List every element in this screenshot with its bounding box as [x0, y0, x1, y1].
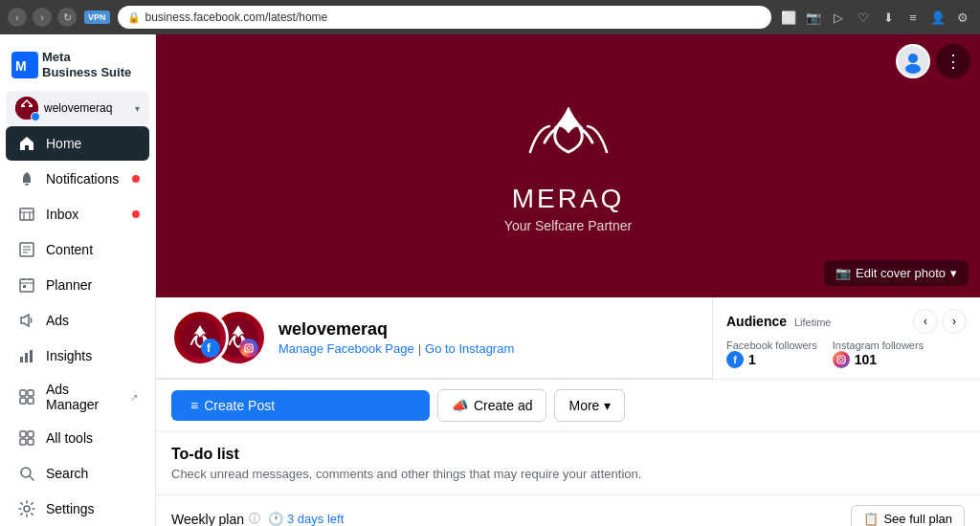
tab-action-2[interactable]: 📷 [804, 8, 823, 27]
create-ad-button[interactable]: 📣 Create ad [437, 389, 546, 422]
settings-nav-icon [17, 499, 36, 518]
svg-point-25 [201, 339, 220, 358]
todo-title: To-do list [171, 446, 965, 463]
svg-rect-7 [20, 357, 23, 362]
edit-cover-button[interactable]: 📷 Edit cover photo ▾ [824, 260, 969, 286]
sidebar-item-settings[interactable]: Settings [6, 492, 149, 526]
audience-nav: ‹ › [913, 309, 967, 334]
fb-icon: f [726, 351, 744, 368]
top-avatar[interactable] [896, 44, 930, 78]
profile-links: Manage Facebook Page | Go to Instagram [278, 341, 697, 356]
svg-rect-12 [20, 398, 26, 404]
sidebar-item-content[interactable]: Content [6, 232, 149, 267]
audience-title: Audience [726, 314, 787, 329]
tab-action-3[interactable]: ▷ [829, 8, 848, 27]
tab-action-1[interactable]: ⬜ [779, 8, 798, 27]
content-nav-label: Content [46, 242, 93, 257]
account-chevron-icon: ▾ [135, 103, 140, 114]
account-fb-badge [31, 112, 40, 121]
weekly-plan-row: Weekly plan ⓘ 🕐 3 days left 📋 See full p… [156, 495, 980, 526]
sidebar-item-all-tools[interactable]: All tools [6, 421, 149, 455]
tab-action-6[interactable]: ≡ [903, 8, 923, 27]
vpn-badge: VPN [84, 11, 110, 24]
address-bar[interactable]: 🔒 business.facebook.com/latest/home [118, 6, 771, 29]
svg-point-23 [905, 64, 921, 74]
sidebar-item-insights[interactable]: Insights [6, 339, 149, 373]
notifications-nav-label: Notifications [46, 171, 119, 186]
cover-area: MERAQ Your Selfcare Partner ⋮ 📷 Edit cov… [156, 34, 980, 297]
refresh-button[interactable]: ↻ [57, 8, 77, 27]
svg-point-19 [24, 506, 30, 512]
profile-avatars: f [171, 309, 267, 366]
cover-actions: 📷 Edit cover photo ▾ [824, 260, 969, 286]
go-to-instagram-link[interactable]: Go to Instagram [425, 341, 514, 356]
todo-description: Check unread messages, comments and othe… [171, 467, 965, 481]
create-post-button[interactable]: ≡ Create Post [171, 390, 430, 421]
megaphone-icon: 📣 [452, 398, 468, 413]
ads-nav-icon [17, 311, 36, 330]
ads-manager-nav-icon [17, 387, 36, 406]
svg-rect-8 [25, 353, 28, 362]
sidebar-item-ads[interactable]: Ads [6, 303, 149, 338]
tab-action-4[interactable]: ♡ [854, 8, 873, 27]
fb-followers-count: 1 [748, 352, 756, 367]
url-text: business.facebook.com/latest/home [145, 11, 328, 24]
browser-controls: ‹ › ↻ [8, 8, 77, 27]
sidebar-item-search[interactable]: Search [6, 456, 149, 491]
edit-cover-chevron: ▾ [950, 266, 957, 280]
profile-avatar-facebook: f [171, 309, 229, 366]
see-full-plan-button[interactable]: 📋 See full plan [851, 505, 965, 526]
account-selector[interactable]: welovemeraq ▾ [6, 91, 149, 125]
forward-button[interactable]: › [33, 8, 52, 27]
lock-icon: 🔒 [127, 11, 141, 24]
ads-manager-nav-label: Ads Manager [46, 382, 121, 412]
cover-menu-button[interactable]: ⋮ [936, 44, 970, 78]
svg-text:M: M [15, 58, 27, 74]
tab-action-7[interactable]: 👤 [928, 8, 947, 27]
svg-rect-31 [837, 356, 845, 363]
meta-icon: M [11, 52, 38, 78]
more-button[interactable]: More ▾ [554, 389, 625, 422]
audience-next-button[interactable]: › [942, 309, 967, 334]
sidebar-item-planner[interactable]: Planner [6, 268, 149, 302]
svg-rect-11 [28, 390, 33, 396]
meraq-logo-svg [511, 99, 626, 176]
all-tools-nav-icon [17, 428, 36, 448]
profile-info: welovemeraq Manage Facebook Page | Go to… [278, 319, 697, 356]
profile-name: welovemeraq [278, 319, 697, 340]
audience-lifetime-label: Lifetime [794, 317, 832, 328]
svg-rect-3 [20, 208, 33, 220]
profile-audience-row: f [156, 297, 980, 380]
audience-stats: Facebook followers f 1 Instagram followe… [726, 340, 967, 368]
all-tools-nav-label: All tools [46, 430, 93, 446]
svg-rect-13 [28, 398, 33, 404]
extensions-button[interactable]: ⚙ [953, 8, 972, 27]
sidebar-item-notifications[interactable]: Notifications [6, 162, 149, 196]
create-post-icon: ≡ [190, 398, 198, 413]
meta-logo: M Meta Business Suite [11, 50, 131, 79]
planner-nav-label: Planner [46, 277, 92, 293]
svg-rect-5 [20, 279, 33, 292]
fb-followers-count-row: f 1 [726, 351, 817, 368]
insights-nav-label: Insights [46, 348, 92, 363]
home-nav-label: Home [46, 136, 81, 151]
sidebar-item-home[interactable]: Home [6, 126, 149, 161]
audience-prev-button[interactable]: ‹ [913, 309, 938, 334]
sidebar-item-ads-manager[interactable]: Ads Manager↗ [6, 374, 149, 420]
account-name: welovemeraq [44, 101, 129, 115]
browser-chrome: ‹ › ↻ VPN 🔒 business.facebook.com/latest… [0, 0, 980, 34]
sidebar-item-inbox[interactable]: Inbox [6, 197, 149, 231]
inbox-nav-icon [17, 205, 36, 224]
home-nav-icon [17, 134, 36, 153]
link-separator: | [418, 341, 421, 356]
ig-icon [833, 351, 850, 368]
plan-icon: 📋 [863, 512, 879, 526]
search-nav-icon [17, 464, 36, 483]
ig-followers-stat: Instagram followers 101 [833, 340, 924, 368]
manage-fb-page-link[interactable]: Manage Facebook Page [278, 341, 414, 356]
top-right-actions: ⋮ [896, 44, 970, 78]
ads-manager-external-icon: ↗ [130, 392, 138, 403]
tab-action-5[interactable]: ⬇ [879, 8, 898, 27]
svg-rect-15 [28, 431, 33, 437]
back-button[interactable]: ‹ [8, 8, 27, 27]
